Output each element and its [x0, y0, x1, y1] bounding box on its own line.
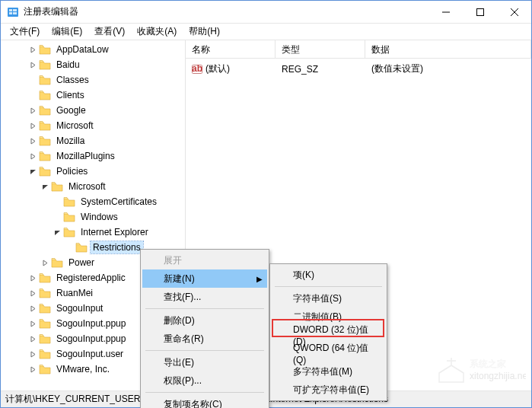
- tree-item-label: SogouInput.user: [54, 348, 126, 360]
- chevron-right-icon[interactable]: [27, 287, 39, 299]
- no-children-icon: [27, 74, 39, 86]
- menu-view[interactable]: 查看(V): [88, 24, 131, 40]
- tree-item[interactable]: Policies: [2, 164, 185, 179]
- cm-delete[interactable]: 删除(D): [142, 311, 267, 330]
- chevron-right-icon[interactable]: [27, 43, 39, 56]
- tree-item[interactable]: Microsoft: [2, 179, 185, 194]
- no-children-icon: [27, 89, 39, 101]
- cm-find[interactable]: 查找(F)...: [142, 288, 267, 306]
- folder-icon: [39, 333, 51, 344]
- chevron-right-icon[interactable]: [27, 59, 39, 71]
- cm-new-qword[interactable]: QWORD (64 位)值(Q): [272, 344, 385, 362]
- tree-item-label: Internet Explorer: [78, 226, 151, 238]
- window-title: 注册表编辑器: [24, 5, 428, 18]
- tree-item[interactable]: Classes: [2, 72, 185, 88]
- list-row[interactable]: ab(默认)REG_SZ(数值未设置): [186, 60, 531, 78]
- cm-new-key[interactable]: 项(K): [272, 266, 385, 284]
- chevron-down-icon[interactable]: [51, 226, 63, 238]
- chevron-right-icon[interactable]: [39, 257, 51, 269]
- cm-new-multistring[interactable]: 多字符串值(M): [272, 362, 385, 381]
- folder-icon: [39, 166, 51, 177]
- cm-permissions[interactable]: 权限(P)...: [142, 371, 267, 390]
- menu-file[interactable]: 文件(F): [4, 24, 46, 40]
- cm-new-string[interactable]: 字符串值(S): [272, 289, 385, 308]
- tree-item-label: Power: [66, 257, 97, 269]
- column-header-name[interactable]: 名称: [186, 40, 276, 58]
- column-header-data[interactable]: 数据: [365, 40, 531, 58]
- context-menu-primary: 展开 新建(N)▶ 查找(F)... 删除(D) 重命名(R) 导出(E) 权限…: [140, 249, 269, 408]
- folder-icon: [39, 303, 51, 314]
- cm-separator: [275, 286, 382, 287]
- cm-separator: [145, 350, 264, 351]
- menu-favorites[interactable]: 收藏夹(A): [131, 24, 183, 40]
- cm-new[interactable]: 新建(N)▶: [142, 269, 267, 288]
- tree-item-label: Policies: [54, 165, 90, 177]
- chevron-right-icon[interactable]: [27, 348, 39, 360]
- cm-copy-key-name[interactable]: 复制项名称(C): [142, 395, 267, 408]
- close-button[interactable]: [497, 1, 531, 23]
- chevron-right-icon[interactable]: [27, 302, 39, 314]
- tree-item[interactable]: Internet Explorer: [2, 225, 185, 240]
- tree-item[interactable]: MozillaPlugins: [2, 148, 185, 164]
- tree-item-label: Microsoft: [54, 120, 96, 132]
- tree-item[interactable]: AppDataLow: [2, 42, 185, 57]
- folder-icon: [39, 75, 51, 85]
- tree-item-label: Clients: [54, 89, 87, 101]
- tree-item-label: SogouInput.ppup: [54, 317, 128, 330]
- chevron-down-icon[interactable]: [39, 180, 51, 193]
- svg-text:ab: ab: [192, 64, 202, 74]
- tree-item-label: SystemCertificates: [78, 196, 159, 208]
- chevron-down-icon[interactable]: [27, 165, 39, 177]
- folder-icon: [39, 44, 51, 55]
- folder-icon: [39, 349, 51, 359]
- tree-item-label: MozillaPlugins: [54, 150, 117, 162]
- folder-icon: [39, 318, 51, 329]
- chevron-right-icon[interactable]: [27, 272, 39, 284]
- titlebar: 注册表编辑器: [1, 1, 531, 24]
- menu-edit[interactable]: 编辑(E): [46, 24, 88, 40]
- tree-item-label: Microsoft: [66, 180, 108, 193]
- tree-item[interactable]: Clients: [2, 88, 185, 103]
- folder-icon: [39, 120, 51, 131]
- folder-icon: [39, 135, 51, 146]
- tree-item[interactable]: Google: [2, 103, 185, 118]
- tree-item-label: Baidu: [54, 59, 82, 71]
- maximize-button[interactable]: [463, 1, 497, 23]
- chevron-right-icon[interactable]: [27, 333, 39, 345]
- folder-icon: [39, 288, 51, 298]
- menu-help[interactable]: 帮助(H): [183, 24, 226, 40]
- tree-item-label: SogouInput.ppup: [54, 333, 128, 345]
- no-children-icon: [51, 211, 63, 223]
- no-children-icon: [63, 241, 75, 253]
- chevron-right-icon[interactable]: [27, 104, 39, 116]
- chevron-right-icon[interactable]: [27, 120, 39, 132]
- tree-item[interactable]: Mozilla: [2, 133, 185, 148]
- chevron-right-icon[interactable]: [27, 150, 39, 162]
- chevron-right-icon[interactable]: [27, 317, 39, 330]
- folder-icon: [39, 151, 51, 161]
- string-value-icon: ab: [192, 64, 202, 75]
- tree-item-label: Classes: [54, 74, 91, 86]
- tree-item[interactable]: Microsoft: [2, 118, 185, 133]
- tree-item[interactable]: Windows: [2, 209, 185, 225]
- minimize-button[interactable]: [428, 1, 463, 23]
- cm-export[interactable]: 导出(E): [142, 353, 267, 371]
- chevron-right-icon[interactable]: [27, 135, 39, 147]
- tree-item[interactable]: Baidu: [2, 57, 185, 72]
- svg-rect-1: [9, 9, 12, 11]
- context-menu-new-submenu: 项(K) 字符串值(S) 二进制值(B) DWORD (32 位)值(D) QW…: [269, 263, 387, 401]
- folder-icon: [63, 227, 75, 237]
- chevron-right-icon[interactable]: [27, 363, 39, 375]
- folder-icon: [51, 181, 63, 192]
- folder-icon: [39, 364, 51, 375]
- cm-new-expandstring[interactable]: 可扩充字符串值(E): [272, 381, 385, 399]
- tree-item[interactable]: SystemCertificates: [2, 194, 185, 209]
- svg-rect-3: [9, 12, 12, 14]
- menubar: 文件(F) 编辑(E) 查看(V) 收藏夹(A) 帮助(H): [1, 24, 531, 40]
- tree-item-label: Google: [54, 104, 88, 116]
- tree-item-label: AppDataLow: [54, 43, 111, 56]
- column-header-type[interactable]: 类型: [276, 40, 365, 58]
- svg-rect-4: [13, 12, 17, 14]
- cm-rename[interactable]: 重命名(R): [142, 330, 267, 348]
- folder-icon: [75, 242, 88, 253]
